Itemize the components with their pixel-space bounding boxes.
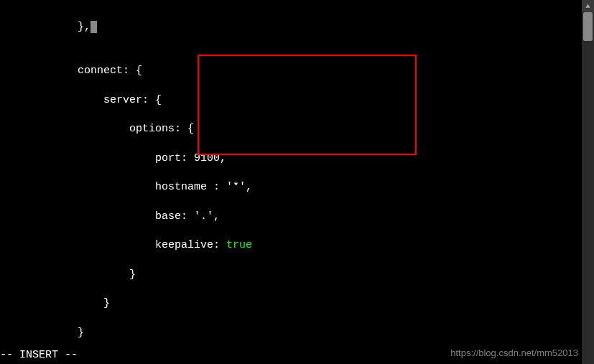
- watermark-text: https://blog.csdn.net/mm52013: [450, 347, 578, 360]
- vertical-scrollbar[interactable]: ▲: [582, 0, 594, 364]
- code-line: }: [0, 326, 594, 340]
- scrollbar-thumb[interactable]: [583, 12, 593, 41]
- keyword-true: true: [226, 239, 252, 251]
- code-line: },: [0, 20, 594, 34]
- vim-mode-status: -- INSERT --: [0, 348, 78, 363]
- scrollbar-arrow-up-icon[interactable]: ▲: [582, 0, 594, 12]
- code-line: port: 9100,: [0, 151, 594, 166]
- code-line: server: {: [0, 93, 594, 108]
- code-line: }: [0, 297, 594, 311]
- code-editor[interactable]: }, connect: { server: { options: { port:…: [0, 0, 594, 364]
- code-line: connect: {: [0, 64, 594, 78]
- code-line: hostname : '*',: [0, 180, 594, 195]
- code-line: options: {: [0, 122, 594, 136]
- code-line: }: [0, 268, 594, 282]
- code-line: keepalive: true: [0, 238, 594, 253]
- code-line: base: '.',: [0, 210, 594, 224]
- text-cursor: [91, 21, 97, 33]
